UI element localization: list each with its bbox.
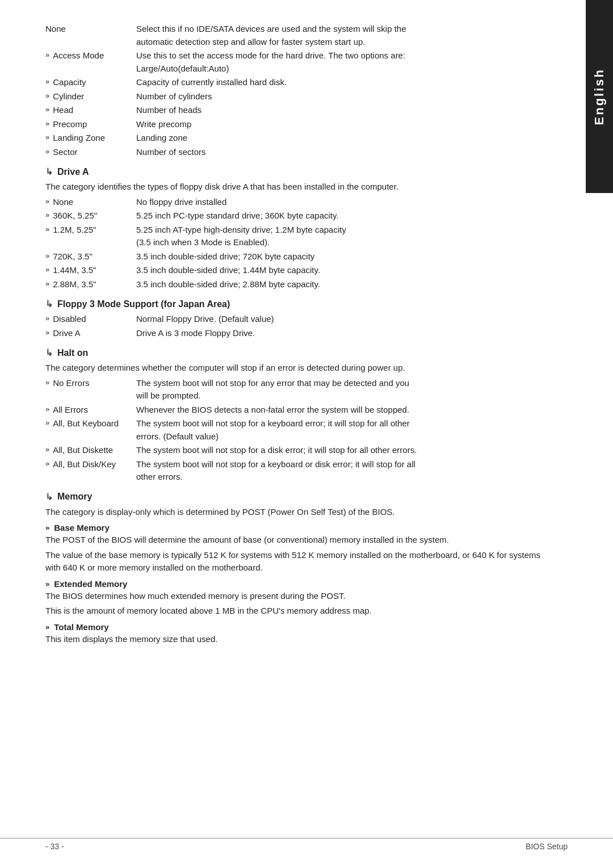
drive-a-body: The category identifies the types of flo… bbox=[45, 181, 545, 291]
arrow-icon: » bbox=[45, 90, 49, 102]
sector-desc: Number of sectors bbox=[136, 147, 206, 157]
head-desc: Number of heads bbox=[136, 105, 201, 115]
capacity-label: Capacity bbox=[53, 76, 86, 89]
drivea-12m-desc: 5.25 inch AT-type high-density drive; 1.… bbox=[136, 225, 346, 248]
list-item: » Precomp Write precomp bbox=[45, 118, 545, 131]
total-memory-label: Total Memory bbox=[54, 622, 108, 632]
halt-butdiskkey-desc: The system boot will not stop for a keyb… bbox=[136, 459, 415, 482]
arrow-icon: » bbox=[45, 580, 49, 588]
circle-arrow-icon: ↳ bbox=[45, 299, 53, 309]
halt-on-heading: ↳ Halt on bbox=[45, 347, 545, 358]
halt-allerrors-label: All Errors bbox=[53, 404, 88, 417]
halt-butdiskkey-label: All, But Disk/Key bbox=[53, 458, 116, 471]
memory-section: ↳ Memory The category is display-only wh… bbox=[45, 492, 545, 646]
extended-memory-line2: This is the amount of memory located abo… bbox=[45, 605, 545, 618]
access-mode-desc: Use this to set the access mode for the … bbox=[136, 51, 405, 73]
arrow-icon: » bbox=[45, 76, 49, 87]
page-footer: - 33 - BIOS Setup bbox=[0, 838, 613, 851]
floppy3-heading: ↳ Floppy 3 Mode Support (for Japan Area) bbox=[45, 299, 545, 309]
access-mode-label: Access Mode bbox=[53, 49, 104, 62]
page-container: English None Select this if no IDE/SATA … bbox=[0, 0, 613, 868]
cylinder-desc: Number of cylinders bbox=[136, 91, 212, 101]
halt-on-body: The category determines whether the comp… bbox=[45, 362, 545, 484]
english-tab-text: English bbox=[592, 68, 607, 125]
base-memory-subsection: » Base Memory The POST of the BIOS will … bbox=[45, 523, 545, 575]
halt-on-intro: The category determines whether the comp… bbox=[45, 362, 545, 375]
circle-arrow-icon: ↳ bbox=[45, 492, 53, 502]
arrow-icon: » bbox=[45, 224, 49, 235]
arrow-icon: » bbox=[45, 250, 49, 262]
drive-a-intro: The category identifies the types of flo… bbox=[45, 181, 545, 194]
base-memory-label: Base Memory bbox=[54, 523, 110, 532]
arrow-icon: » bbox=[45, 404, 49, 415]
list-item: » No Errors The system boot will not sto… bbox=[45, 377, 545, 402]
memory-heading: ↳ Memory bbox=[45, 492, 545, 502]
list-item: » All, But Diskette The system boot will… bbox=[45, 444, 545, 457]
floppy3-drivea-label: Drive A bbox=[53, 327, 80, 340]
list-item: » Access Mode Use this to set the access… bbox=[45, 49, 545, 75]
base-memory-line2: The value of the base memory is typicall… bbox=[45, 549, 545, 575]
drivea-288m-desc: 3.5 inch double-sided drive; 2.88M byte … bbox=[136, 279, 320, 289]
list-item: » All Errors Whenever the BIOS detects a… bbox=[45, 404, 545, 417]
list-item: » Capacity Capacity of currently install… bbox=[45, 76, 545, 89]
arrow-icon: » bbox=[45, 146, 49, 157]
drivea-720k-desc: 3.5 inch double-sided drive; 720K byte c… bbox=[136, 251, 314, 261]
halt-butkbd-desc: The system boot will not stop for a keyb… bbox=[136, 418, 410, 441]
floppy3-body: » Disabled Normal Floppy Drive. (Default… bbox=[45, 313, 545, 339]
halt-butdisk-desc: The system boot will not stop for a disk… bbox=[136, 445, 417, 455]
extended-memory-heading: » Extended Memory bbox=[45, 579, 545, 589]
head-label: Head bbox=[53, 104, 73, 117]
arrow-icon: » bbox=[45, 104, 49, 115]
none-desc: Select this if no IDE/SATA devices are u… bbox=[136, 24, 406, 47]
extended-memory-line1: The BIOS determines how much extended me… bbox=[45, 590, 545, 603]
halt-on-section: ↳ Halt on The category determines whethe… bbox=[45, 347, 545, 484]
drivea-none-desc: No floppy drive installed bbox=[136, 197, 226, 207]
landingzone-label: Landing Zone bbox=[53, 132, 105, 145]
total-memory-line1: This item displays the memory size that … bbox=[45, 633, 545, 646]
drivea-144m-label: 1.44M, 3.5" bbox=[53, 264, 96, 277]
halt-butdisk-label: All, But Diskette bbox=[53, 444, 113, 457]
arrow-icon: » bbox=[45, 623, 49, 631]
base-memory-heading: » Base Memory bbox=[45, 523, 545, 532]
list-item: » Disabled Normal Floppy Drive. (Default… bbox=[45, 313, 545, 326]
halt-noerrors-label: No Errors bbox=[53, 377, 89, 390]
list-item: » 1.44M, 3.5" 3.5 inch double-sided driv… bbox=[45, 264, 545, 277]
total-memory-heading: » Total Memory bbox=[45, 622, 545, 632]
arrow-icon: » bbox=[45, 417, 49, 429]
list-item: » All, But Disk/Key The system boot will… bbox=[45, 458, 545, 484]
drivea-720k-label: 720K, 3.5" bbox=[53, 250, 93, 263]
list-item: » 360K, 5.25" 5.25 inch PC-type standard… bbox=[45, 209, 545, 223]
memory-intro: The category is display-only which is de… bbox=[45, 506, 545, 519]
footer-label: BIOS Setup bbox=[526, 842, 568, 851]
extended-memory-subsection: » Extended Memory The BIOS determines ho… bbox=[45, 579, 545, 618]
list-item: » Head Number of heads bbox=[45, 104, 545, 117]
drive-a-heading: ↳ Drive A bbox=[45, 166, 545, 177]
arrow-icon: » bbox=[45, 118, 49, 129]
drivea-360k-desc: 5.25 inch PC-type standard drive; 360K b… bbox=[136, 211, 339, 220]
halt-on-title: Halt on bbox=[57, 348, 88, 358]
english-tab: English bbox=[586, 0, 613, 193]
drivea-360k-label: 360K, 5.25" bbox=[53, 209, 97, 223]
arrow-icon: » bbox=[45, 196, 49, 207]
cylinder-label: Cylinder bbox=[53, 90, 84, 103]
floppy3-disabled-desc: Normal Floppy Drive. (Default value) bbox=[136, 314, 274, 324]
circle-arrow-icon: ↳ bbox=[45, 166, 53, 177]
floppy3-section: ↳ Floppy 3 Mode Support (for Japan Area)… bbox=[45, 299, 545, 339]
list-item: » None No floppy drive installed bbox=[45, 196, 545, 209]
arrow-icon: » bbox=[45, 377, 49, 388]
footer-page-number: - 33 - bbox=[45, 842, 64, 851]
floppy3-disabled-label: Disabled bbox=[53, 313, 86, 326]
arrow-icon: » bbox=[45, 49, 49, 61]
circle-arrow-icon: ↳ bbox=[45, 347, 53, 358]
capacity-desc: Capacity of currently installed hard dis… bbox=[136, 77, 287, 87]
drive-a-title: Drive A bbox=[57, 167, 89, 177]
sector-label: Sector bbox=[53, 146, 77, 159]
arrow-icon: » bbox=[45, 327, 49, 338]
memory-title: Memory bbox=[57, 492, 92, 502]
list-item: » Sector Number of sectors bbox=[45, 146, 545, 159]
arrow-icon: » bbox=[45, 132, 49, 143]
arrow-icon: » bbox=[45, 278, 49, 290]
main-content: None Select this if no IDE/SATA devices … bbox=[45, 23, 545, 645]
top-items-section: None Select this if no IDE/SATA devices … bbox=[45, 23, 545, 158]
memory-body: The category is display-only which is de… bbox=[45, 506, 545, 646]
